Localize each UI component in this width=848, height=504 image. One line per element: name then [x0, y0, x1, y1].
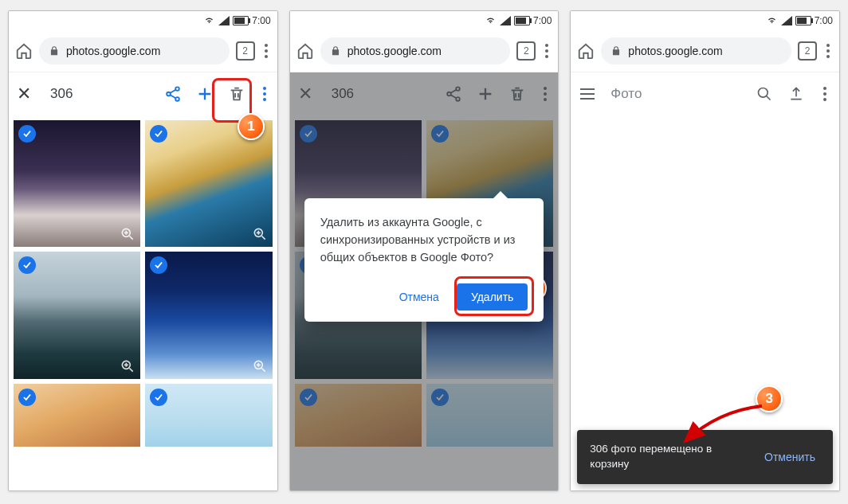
signal-icon — [500, 16, 511, 25]
add-icon[interactable] — [196, 85, 214, 103]
home-icon[interactable] — [296, 42, 314, 60]
status-bar: 7:00 — [571, 11, 839, 30]
svg-point-10 — [759, 88, 768, 98]
selection-count: 306 — [327, 86, 431, 102]
browser-url-bar: photos.google.com 2 — [571, 30, 839, 72]
photo-thumbnail[interactable] — [145, 252, 272, 378]
home-icon[interactable] — [15, 42, 33, 60]
checkmark-icon — [300, 389, 317, 406]
selection-menu-icon — [540, 87, 550, 101]
close-selection-button[interactable]: ✕ — [17, 84, 31, 104]
share-icon[interactable] — [164, 85, 182, 103]
delete-confirm-popover: Удалить из аккаунта Google, с синхронизи… — [304, 198, 544, 322]
share-icon — [445, 85, 462, 103]
svg-point-8 — [448, 92, 452, 96]
phone-screen-2: 7:00 photos.google.com 2 ✕ 306 У — [289, 10, 559, 491]
wifi-icon — [485, 16, 497, 25]
svg-point-9 — [457, 97, 461, 101]
checkmark-icon — [431, 389, 449, 406]
browser-menu-icon[interactable] — [823, 44, 833, 58]
home-icon[interactable] — [577, 42, 595, 60]
browser-url-bar: photos.google.com 2 — [290, 30, 559, 72]
signal-icon — [218, 16, 230, 25]
lock-icon — [49, 45, 60, 57]
checkmark-icon — [18, 389, 36, 406]
photos-grid — [9, 115, 277, 451]
url-text: photos.google.com — [628, 45, 722, 57]
photo-thumbnail[interactable] — [14, 252, 140, 378]
selection-count: 306 — [45, 86, 150, 102]
browser-url-bar: photos.google.com 2 — [9, 30, 277, 72]
lock-icon — [610, 45, 622, 57]
header-menu-icon[interactable] — [820, 87, 830, 101]
popover-message: Удалить из аккаунта Google, с синхронизи… — [320, 214, 528, 266]
status-time: 7:00 — [815, 15, 833, 26]
url-text: photos.google.com — [347, 45, 442, 57]
photos-app-header: Фото — [571, 72, 839, 115]
status-bar: 7:00 — [290, 11, 559, 30]
toast-notification: 306 фото перемещено в корзину Отменить — [577, 430, 833, 484]
undo-button[interactable]: Отменить — [760, 450, 820, 464]
battery-icon — [233, 16, 249, 25]
tabs-count[interactable]: 2 — [236, 41, 255, 61]
wifi-icon — [203, 16, 215, 25]
page-title: Фото — [610, 86, 740, 102]
photo-thumbnail — [426, 384, 553, 447]
url-field[interactable]: photos.google.com — [39, 37, 230, 64]
zoom-icon — [252, 226, 268, 242]
selection-menu-icon[interactable] — [260, 87, 269, 101]
browser-menu-icon[interactable] — [542, 44, 552, 58]
upload-icon[interactable] — [788, 86, 804, 102]
selection-toolbar: ✕ 306 — [9, 72, 277, 115]
photo-thumbnail[interactable] — [14, 120, 140, 247]
browser-menu-icon[interactable] — [261, 44, 271, 58]
tabs-count[interactable]: 2 — [798, 41, 817, 61]
zoom-icon — [120, 226, 135, 242]
checkmark-icon — [431, 125, 449, 143]
photo-thumbnail[interactable] — [145, 384, 272, 447]
trash-icon — [508, 85, 526, 103]
status-bar: 7:00 — [9, 11, 277, 30]
photo-thumbnail — [295, 384, 422, 447]
search-icon[interactable] — [756, 86, 772, 102]
svg-point-1 — [167, 92, 171, 96]
wifi-icon — [766, 16, 778, 25]
hamburger-menu-icon[interactable] — [580, 88, 595, 100]
delete-button[interactable]: Удалить — [457, 283, 528, 311]
lock-icon — [330, 45, 341, 57]
step-badge-1: 1 — [238, 113, 265, 140]
signal-icon — [781, 16, 792, 25]
cancel-button[interactable]: Отмена — [390, 284, 449, 310]
toast-message: 306 фото перемещено в корзину — [590, 442, 747, 472]
checkmark-icon — [18, 125, 36, 143]
zoom-icon — [252, 358, 268, 374]
checkmark-icon — [300, 125, 317, 143]
close-selection-button: ✕ — [298, 84, 312, 104]
checkmark-icon — [150, 389, 167, 406]
add-icon — [477, 85, 494, 103]
url-text: photos.google.com — [66, 45, 160, 57]
selection-toolbar: ✕ 306 — [290, 72, 559, 115]
battery-icon — [514, 16, 530, 25]
trash-icon[interactable] — [228, 85, 245, 103]
url-field[interactable]: photos.google.com — [601, 37, 791, 64]
svg-point-2 — [175, 97, 179, 101]
photo-thumbnail[interactable] — [14, 384, 140, 447]
zoom-icon — [120, 358, 135, 374]
svg-point-0 — [175, 87, 179, 91]
status-time: 7:00 — [252, 15, 270, 26]
phone-screen-1: 7:00 photos.google.com 2 ✕ 306 1 — [8, 10, 278, 491]
url-field[interactable]: photos.google.com — [320, 37, 511, 64]
status-time: 7:00 — [533, 15, 552, 26]
svg-point-7 — [457, 87, 461, 91]
battery-icon — [795, 16, 811, 25]
phone-screen-3: 7:00 photos.google.com 2 Фото 306 фото п… — [570, 10, 840, 491]
tabs-count[interactable]: 2 — [516, 41, 536, 61]
